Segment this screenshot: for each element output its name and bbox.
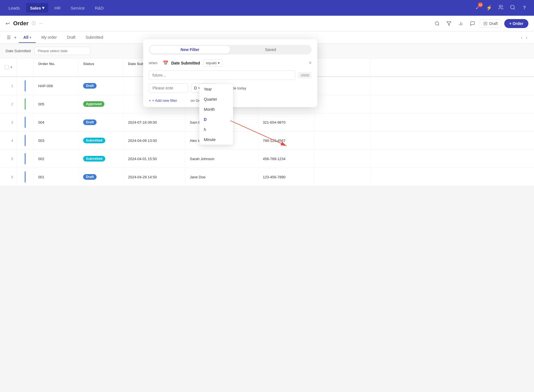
filter-tab-saved[interactable]: Saved	[230, 46, 311, 54]
draft-label: Draft	[489, 21, 498, 26]
tab-next-icon[interactable]: ›	[525, 34, 528, 41]
help-icon-btn[interactable]: ?	[519, 3, 530, 13]
add-new-filter-button[interactable]: + + Add new filter	[149, 98, 177, 103]
customer-6: Jane Doe	[185, 168, 258, 186]
lightning-icon: ⚡	[486, 5, 492, 11]
nav-hr[interactable]: HR	[51, 3, 65, 13]
tab-all-chevron: ▾	[29, 36, 31, 40]
hamburger-icon[interactable]: ☰	[6, 34, 12, 41]
tab-my-order[interactable]: My order	[37, 32, 61, 43]
blue-indicator	[25, 135, 26, 146]
calendar-icon: 📅	[163, 60, 168, 66]
status-badge-draft: Draft	[83, 119, 97, 125]
top-nav: Leads Sales ▾ HR Service R&D ✓ 12 ⚡ ?	[0, 0, 534, 16]
status-badge-draft: Draft	[83, 83, 97, 89]
extra-2	[314, 95, 371, 113]
select-all-checkbox[interactable]	[4, 65, 9, 70]
chart-icon[interactable]	[456, 19, 465, 28]
new-order-label: + Order	[509, 21, 523, 26]
status-3: Draft	[79, 113, 124, 131]
tab-prev-icon[interactable]: ‹	[520, 34, 523, 41]
draft-button[interactable]: Draft	[480, 19, 501, 28]
filter-tab-new[interactable]: New Filter	[150, 46, 230, 54]
date-4: 2024-04-09 13:00	[124, 132, 185, 149]
nav-rd[interactable]: R&D	[91, 3, 108, 13]
search-icon-btn[interactable]	[508, 3, 518, 13]
status-1: Draft	[79, 77, 124, 95]
row-indicator-3	[17, 113, 34, 131]
info-icon[interactable]: ⓘ	[32, 21, 36, 26]
group-label: on Group	[191, 98, 206, 103]
status-badge-submitted: Submitted	[83, 138, 105, 143]
nav-leads[interactable]: Leads	[4, 3, 24, 13]
add-tab-icon[interactable]: +	[13, 34, 18, 41]
more-icon[interactable]: ···	[39, 21, 43, 26]
operator-chevron-icon: ▾	[218, 61, 220, 65]
sub-header-right: Draft + Order	[433, 19, 528, 28]
th-extra	[314, 58, 371, 76]
people-icon-btn[interactable]	[496, 3, 506, 13]
include-today-checkbox[interactable]	[219, 86, 223, 90]
tab-submitted[interactable]: Submitted	[81, 32, 108, 43]
date-5: 2024-04-01 15:50	[124, 150, 185, 168]
order-no-5: 002	[34, 150, 79, 168]
check-icon-btn[interactable]: ✓ 12	[472, 3, 482, 13]
include-today-option: Include today	[219, 86, 246, 90]
collapse-icon[interactable]: ▾	[10, 65, 12, 69]
th-status: Status	[79, 58, 124, 76]
table-search-icon[interactable]	[433, 19, 442, 28]
nav-sales[interactable]: Sales ▾	[26, 3, 48, 13]
filter-value-input[interactable]	[149, 70, 295, 80]
filter-unit-row: D ▾ Include today	[143, 83, 317, 96]
filter-icon[interactable]	[444, 19, 453, 28]
filter-date-label: Date Submitted	[6, 49, 31, 53]
status-4: Submitted	[79, 132, 124, 149]
message-icon[interactable]	[468, 19, 477, 28]
date-filter-input[interactable]	[34, 47, 90, 55]
row-num-1: 1	[0, 77, 17, 95]
table-row: 6 001 Draft 2024-04-29 14:50 Jane Doe 12…	[0, 168, 534, 186]
blue-indicator	[25, 153, 26, 164]
timezone-label: -0930	[298, 72, 312, 79]
add-filter-icon: +	[149, 98, 151, 103]
people-icon	[498, 4, 504, 11]
customer-4: Alex White	[185, 132, 258, 149]
order-no-4: 003	[34, 132, 79, 149]
customer-3: Sam Black	[185, 113, 258, 131]
sub-header: ↩ Order ⓘ ··· Draft + Order	[0, 16, 534, 31]
filter-operator-dropdown[interactable]: equals ▾	[203, 59, 223, 66]
row-num-5: 5	[0, 150, 17, 168]
filter-value-row: -0930	[143, 70, 317, 83]
tab-draft[interactable]: Draft	[62, 32, 80, 43]
group-help-icon[interactable]: ❓	[208, 98, 213, 103]
row-num-3: 3	[0, 113, 17, 131]
status-badge-approved: Approved	[83, 101, 104, 107]
nav-sales-label: Sales	[30, 6, 41, 10]
svg-line-4	[438, 24, 439, 25]
filter-close-icon[interactable]: ×	[309, 60, 312, 66]
lightning-icon-btn[interactable]: ⚡	[484, 3, 494, 13]
search-icon	[510, 4, 515, 11]
row-indicator-4	[17, 132, 34, 149]
svg-point-3	[435, 22, 439, 25]
phone-3: 321-654-9870	[258, 113, 314, 131]
table-row: 3 004 Draft 2024-07-16 09:00 Sam Black 3…	[0, 113, 534, 132]
help-icon: ?	[523, 5, 526, 10]
filter-type-tabs: New Filter Saved	[149, 45, 312, 54]
row-indicator-6	[17, 168, 34, 186]
nav-service[interactable]: Service	[67, 3, 89, 13]
order-no-3: 004	[34, 113, 79, 131]
status-badge-draft: Draft	[83, 174, 97, 180]
blue-indicator	[25, 171, 26, 183]
phone-5: 456-789-1234	[258, 150, 314, 168]
th-checkbox: ▾	[0, 58, 17, 76]
order-no-6: 001	[34, 168, 79, 186]
unit-select-dropdown[interactable]: D ▾	[191, 83, 216, 93]
th-indicator	[17, 58, 34, 76]
unit-number-input[interactable]	[149, 83, 188, 93]
tab-all[interactable]: All ▾	[19, 32, 36, 43]
back-icon[interactable]: ↩	[6, 20, 10, 27]
new-order-button[interactable]: + Order	[504, 19, 528, 28]
extra-6	[314, 168, 371, 186]
svg-marker-5	[447, 22, 451, 26]
